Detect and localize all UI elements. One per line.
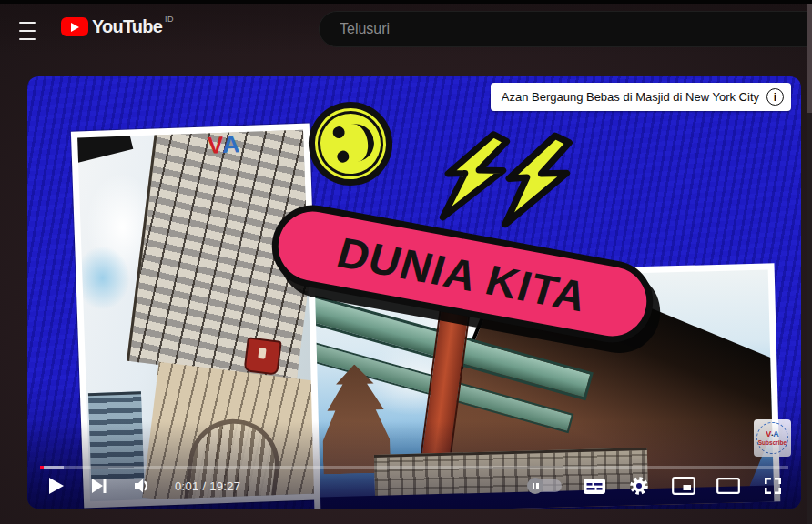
- fullscreen-button[interactable]: [761, 474, 785, 498]
- red-lantern: [243, 337, 281, 375]
- overlay-title-text: Azan Bergaung Bebas di Masjid di New Yor…: [502, 90, 759, 104]
- volume-button[interactable]: [131, 474, 155, 498]
- progress-bar[interactable]: [40, 466, 788, 469]
- subtitles-button[interactable]: [583, 474, 606, 498]
- miniplayer-button[interactable]: [672, 474, 695, 498]
- time-display: 0:01 / 19:27: [175, 479, 240, 493]
- voa-logo: VA: [207, 130, 240, 159]
- youtube-logo-text: YouTube: [92, 15, 162, 39]
- pause-icon: [527, 478, 543, 494]
- youtube-header: YouTube ID: [0, 4, 812, 55]
- smiley-face-graphic: [302, 96, 400, 193]
- menu-icon[interactable]: [19, 20, 39, 42]
- scrollbar-thumb[interactable]: [807, 4, 812, 113]
- video-player[interactable]: VA DUNIA KITA Azan Bergaung Bebas di Mas…: [27, 76, 801, 509]
- next-button[interactable]: [87, 474, 111, 498]
- info-icon[interactable]: i: [766, 88, 784, 106]
- player-controls-right: [529, 470, 785, 501]
- video-overlay-title-card[interactable]: Azan Bergaung Bebas di Masjid di New Yor…: [491, 83, 791, 111]
- played-bar: [40, 466, 44, 469]
- page-scrollbar[interactable]: [807, 4, 812, 524]
- autoplay-toggle[interactable]: [529, 479, 562, 492]
- youtube-logo[interactable]: YouTube ID: [61, 15, 174, 39]
- search-bar[interactable]: [319, 11, 812, 47]
- player-controls-left: 0:01 / 19:27: [44, 470, 240, 501]
- search-input[interactable]: [338, 20, 778, 38]
- theater-mode-button[interactable]: [716, 474, 740, 498]
- settings-button[interactable]: [627, 474, 651, 498]
- youtube-play-icon: [61, 17, 88, 36]
- play-button[interactable]: [44, 474, 67, 498]
- country-code: ID: [165, 15, 174, 24]
